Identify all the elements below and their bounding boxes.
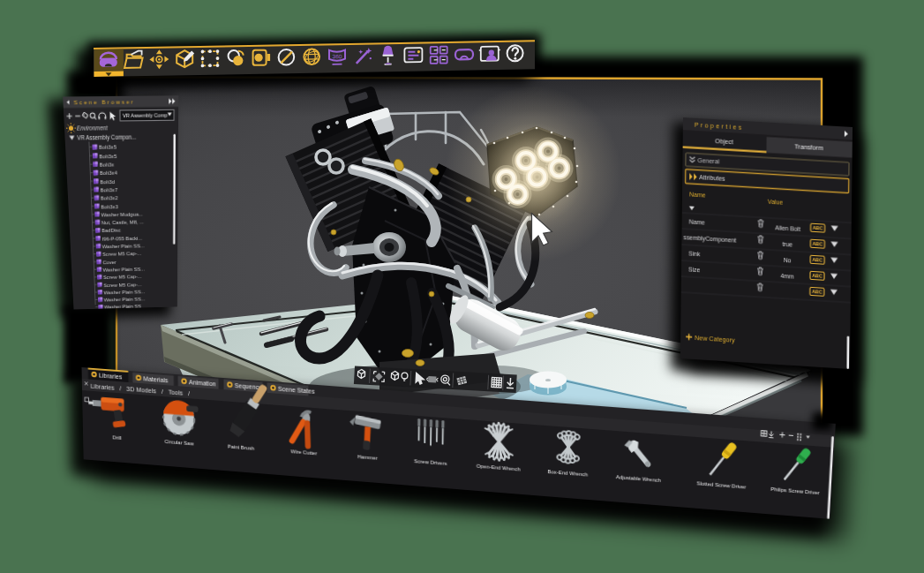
svg-text:ABC: ABC [812,289,823,295]
svg-text:ABC: ABC [813,241,823,247]
svg-text:Washer Plain SS...: Washer Plain SS... [103,266,145,272]
svg-text:Screw M5 Cap-...: Screw M5 Cap-... [103,274,142,281]
svg-text:General: General [697,157,719,165]
svg-text:I96-P-055 Backi...: I96-P-055 Backi... [101,235,142,241]
svg-text:Name: Name [689,218,705,225]
svg-text:Screw M5 Cap-...: Screw M5 Cap-... [102,251,141,258]
svg-text:Bolt3x4: Bolt3x4 [100,170,117,177]
svg-text:New Category: New Category [695,335,735,344]
svg-text:Bolt3x2: Bolt3x2 [101,195,118,201]
svg-text:Allen Bolt: Allen Bolt [775,224,800,232]
svg-text:ABC: ABC [813,225,823,231]
svg-text:Nut, Castle, M8, ...: Nut, Castle, M8, ... [101,219,144,225]
svg-text:Environment: Environment [77,124,109,131]
svg-text:4mm: 4mm [780,273,794,280]
svg-text:Drill: Drill [113,434,122,441]
svg-text:ssemblyComponent: ssemblyComponent [683,234,736,245]
svg-text:Sink: Sink [688,250,701,257]
svg-text:Washer Mudgua...: Washer Mudgua... [101,211,143,218]
svg-text:Bolt3x: Bolt3x [99,162,114,168]
svg-text:Scene Browser: Scene Browser [73,99,134,106]
svg-text:ABC: ABC [812,257,823,263]
svg-text:Bolt3d: Bolt3d [100,178,115,185]
svg-text:Value: Value [768,199,784,206]
svg-text:Cover: Cover [102,259,116,264]
svg-text:Object: Object [715,139,733,147]
svg-text:Washer Plain SS...: Washer Plain SS... [102,243,145,249]
svg-text:BadDisc: BadDisc [101,228,121,234]
svg-text:Bolt3x3: Bolt3x3 [101,203,118,209]
svg-text:Washer Plain SS...: Washer Plain SS... [104,297,146,303]
svg-text:ABC: ABC [812,273,823,279]
svg-text:360: 360 [332,53,342,59]
svg-text:Size: Size [688,266,701,273]
svg-text:Bolt3x5: Bolt3x5 [99,153,116,159]
svg-text:VR Assembly Compon...: VR Assembly Compon... [77,134,136,142]
svg-text:Name: Name [689,191,706,198]
svg-text:Bolt3x5: Bolt3x5 [99,144,117,150]
svg-text:No: No [784,257,792,264]
svg-text:Bolt3x7: Bolt3x7 [100,187,117,193]
svg-text:Screw M5 Cap-...: Screw M5 Cap-... [103,282,142,289]
svg-text:true: true [782,241,793,248]
svg-text:Washer Plain SS...: Washer Plain SS... [103,289,145,295]
